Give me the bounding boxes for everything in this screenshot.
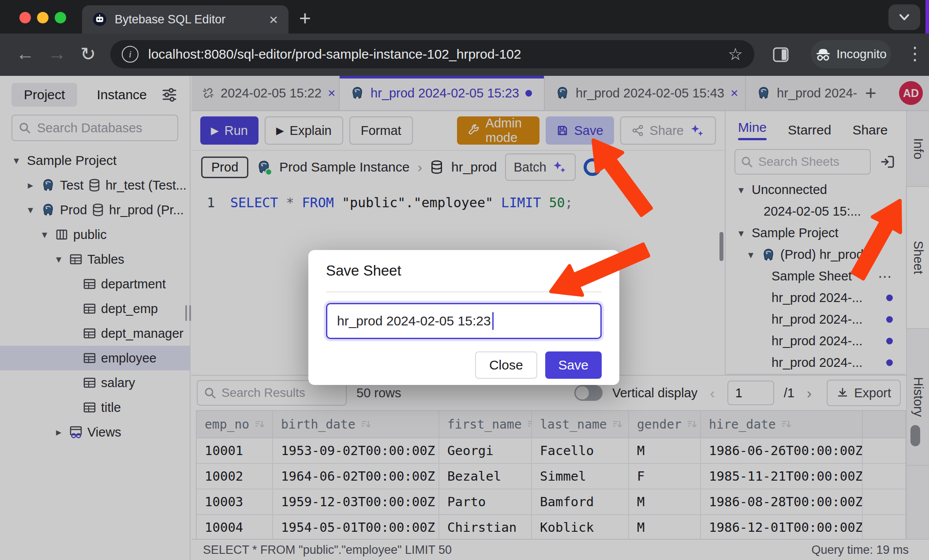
- forward-icon[interactable]: →: [48, 43, 66, 64]
- dialog-save-button[interactable]: Save: [545, 351, 602, 379]
- dialog-close-icon[interactable]: ×: [592, 261, 602, 280]
- app-window: Bytebase SQL Editor × + ← → ↻ i localhos…: [0, 0, 929, 560]
- bytebase-favicon: [93, 12, 107, 26]
- dialog-close-button[interactable]: Close: [475, 351, 537, 379]
- dialog-divider: [326, 291, 602, 292]
- browser-tab[interactable]: Bytebase SQL Editor ×: [82, 5, 288, 34]
- dialog-title: Save Sheet: [326, 262, 401, 279]
- tab-search-button[interactable]: [888, 4, 920, 30]
- back-icon[interactable]: ←: [16, 43, 34, 64]
- macos-close-button[interactable]: [19, 12, 31, 23]
- incognito-label: Incognito: [836, 47, 887, 61]
- address-bar[interactable]: i localhost:8080/sql-editor/prod-sample-…: [110, 40, 754, 68]
- bookmark-star-icon[interactable]: ☆: [728, 45, 743, 64]
- browser-menu-icon[interactable]: ⋮: [906, 43, 924, 63]
- url-text: localhost:8080/sql-editor/prod-sample-in…: [148, 47, 521, 62]
- reload-icon[interactable]: ↻: [80, 43, 96, 65]
- macos-zoom-button[interactable]: [55, 12, 66, 23]
- incognito-badge: Incognito: [811, 40, 891, 68]
- save-sheet-dialog: Save Sheet × hr_prod 2024-02-05 15:23 Cl…: [308, 250, 619, 385]
- browser-navbar: ← → ↻ i localhost:8080/sql-editor/prod-s…: [0, 34, 929, 76]
- sheet-name-value: hr_prod 2024-02-05 15:23: [337, 314, 491, 329]
- site-info-icon[interactable]: i: [122, 46, 139, 63]
- sheet-name-input[interactable]: hr_prod 2024-02-05 15:23: [326, 303, 602, 339]
- incognito-icon: [815, 47, 831, 61]
- browser-tab-strip: Bytebase SQL Editor × +: [0, 0, 929, 34]
- text-cursor: [492, 312, 494, 330]
- new-tab-button[interactable]: +: [299, 6, 311, 30]
- sql-editor-page: Project Instance Search Databases ▾ Samp…: [0, 76, 929, 560]
- browser-tab-title: Bytebase SQL Editor: [115, 13, 261, 26]
- side-panel-icon[interactable]: [771, 46, 790, 63]
- chevron-down-icon: [897, 12, 912, 22]
- macos-minimize-button[interactable]: [37, 12, 49, 23]
- browser-tab-close-icon[interactable]: ×: [269, 12, 278, 27]
